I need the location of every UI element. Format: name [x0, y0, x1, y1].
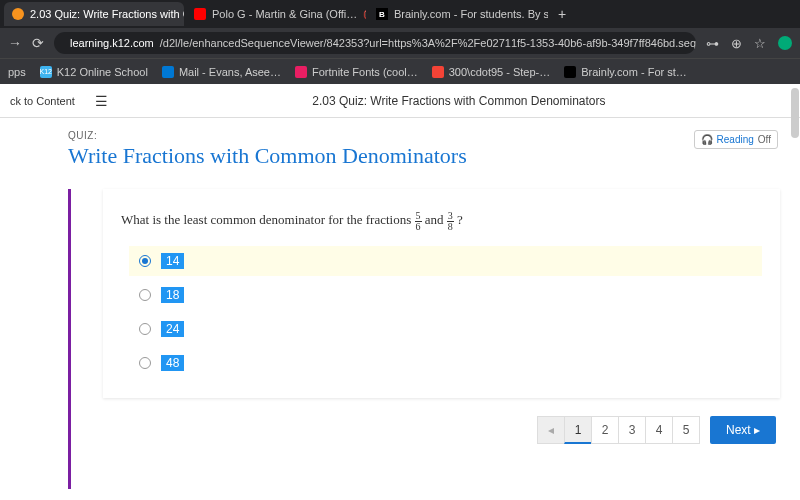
- pager-page-1[interactable]: 1: [564, 416, 592, 444]
- headphones-icon: 🎧: [701, 134, 713, 145]
- bookmark-icon: [432, 66, 444, 78]
- menu-icon[interactable]: ☰: [95, 93, 108, 109]
- fraction-1: 56: [415, 211, 422, 232]
- bookmark-mail[interactable]: Mail - Evans, Asee…: [162, 66, 281, 78]
- browser-tab-youtube[interactable]: Polo G - Martin & Gina (Offi… 🔇 ×: [186, 2, 366, 26]
- bookmark-icon: [162, 66, 174, 78]
- radio-icon[interactable]: [139, 289, 151, 301]
- browser-nav-bar: → ⟳ learning.k12.com/d2l/le/enhancedSequ…: [0, 28, 800, 58]
- question-text: What is the least common denominator for…: [121, 211, 762, 232]
- star-icon[interactable]: ☆: [754, 36, 766, 51]
- pager-page-5[interactable]: 5: [672, 416, 700, 444]
- nav-right-icons: ⊶ ⊕ ☆: [706, 36, 792, 51]
- quiz-area: What is the least common denominator for…: [68, 189, 800, 489]
- browser-tab-quiz[interactable]: 2.03 Quiz: Write Fractions with C ×: [4, 2, 184, 26]
- question-pager: ◂ 1 2 3 4 5: [538, 416, 700, 444]
- forward-icon[interactable]: →: [8, 35, 22, 51]
- key-icon[interactable]: ⊶: [706, 36, 719, 51]
- search-icon[interactable]: ⊕: [731, 36, 742, 51]
- quiz-label: QUIZ:: [68, 130, 467, 141]
- answer-value: 18: [161, 287, 184, 303]
- back-to-content-link[interactable]: ck to Content: [10, 95, 75, 107]
- question-card: What is the least common denominator for…: [103, 189, 780, 398]
- bookmark-icon: [564, 66, 576, 78]
- pager-page-3[interactable]: 3: [618, 416, 646, 444]
- answer-value: 48: [161, 355, 184, 371]
- url-path: /d2l/le/enhancedSequenceViewer/842353?ur…: [160, 37, 696, 49]
- tab-favicon: B: [376, 8, 388, 20]
- radio-icon[interactable]: [139, 323, 151, 335]
- answer-value: 24: [161, 321, 184, 337]
- radio-icon[interactable]: [139, 357, 151, 369]
- quiz-title: Write Fractions with Common Denominators: [68, 143, 467, 169]
- bookmark-fortnite[interactable]: Fortnite Fonts (cool…: [295, 66, 418, 78]
- option-2[interactable]: 18: [129, 280, 762, 310]
- extension-icon[interactable]: [778, 36, 792, 50]
- content-wrap: QUIZ: Write Fractions with Common Denomi…: [0, 118, 800, 489]
- browser-tab-brainly[interactable]: B Brainly.com - For students. By stu ×: [368, 2, 548, 26]
- answer-options: 14 18 24 48: [129, 246, 762, 378]
- pager-row: ◂ 1 2 3 4 5 Next ▸: [71, 416, 776, 444]
- option-3[interactable]: 24: [129, 314, 762, 344]
- bookmark-icon: [295, 66, 307, 78]
- new-tab-button[interactable]: +: [550, 6, 574, 22]
- tab-label: Brainly.com - For students. By stu: [394, 8, 548, 20]
- tab-favicon: [194, 8, 206, 20]
- page-title: 2.03 Quiz: Write Fractions with Common D…: [128, 94, 790, 108]
- fraction-2: 38: [447, 211, 454, 232]
- bookmark-k12[interactable]: K12K12 Online School: [40, 66, 148, 78]
- option-1[interactable]: 14: [129, 246, 762, 276]
- apps-button[interactable]: pps: [8, 66, 26, 78]
- answer-value: 14: [161, 253, 184, 269]
- tab-favicon: [12, 8, 24, 20]
- radio-icon[interactable]: [139, 255, 151, 267]
- tab-label: Polo G - Martin & Gina (Offi…: [212, 8, 357, 20]
- pager-page-4[interactable]: 4: [645, 416, 673, 444]
- url-host: learning.k12.com: [70, 37, 154, 49]
- reading-toggle[interactable]: 🎧 Reading Off: [694, 130, 778, 149]
- scrollbar-thumb[interactable]: [791, 88, 799, 138]
- option-4[interactable]: 48: [129, 348, 762, 378]
- browser-tab-strip: 2.03 Quiz: Write Fractions with C × Polo…: [0, 0, 800, 28]
- tab-label: 2.03 Quiz: Write Fractions with C: [30, 8, 184, 20]
- bookmark-brainly[interactable]: Brainly.com - For st…: [564, 66, 687, 78]
- bookmark-symbolab[interactable]: 300\cdot95 - Step-…: [432, 66, 551, 78]
- refresh-icon[interactable]: ⟳: [32, 35, 44, 51]
- pager-prev[interactable]: ◂: [537, 416, 565, 444]
- page-header: ck to Content ☰ 2.03 Quiz: Write Fractio…: [0, 84, 800, 118]
- bookmarks-bar: pps K12K12 Online School Mail - Evans, A…: [0, 58, 800, 84]
- mute-icon: 🔇: [363, 9, 366, 20]
- address-bar[interactable]: learning.k12.com/d2l/le/enhancedSequence…: [54, 32, 696, 54]
- pager-page-2[interactable]: 2: [591, 416, 619, 444]
- bookmark-icon: K12: [40, 66, 52, 78]
- next-button[interactable]: Next ▸: [710, 416, 776, 444]
